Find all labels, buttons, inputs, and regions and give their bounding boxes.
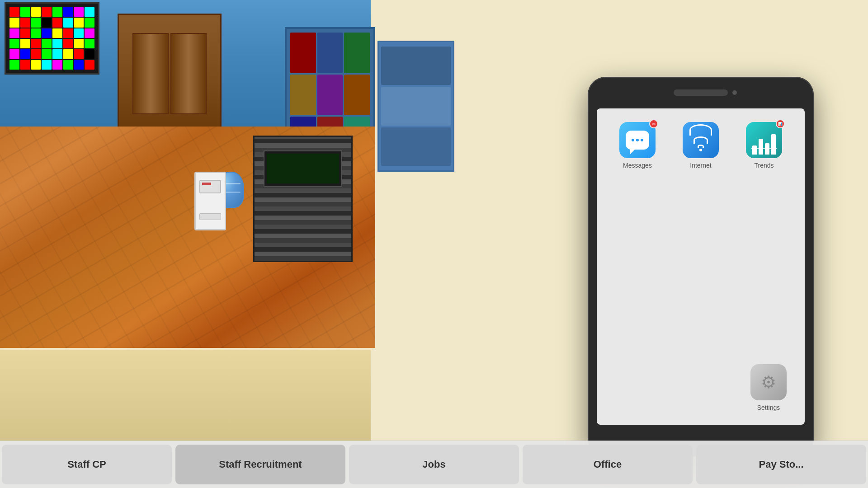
wifi-arc-2: [693, 136, 708, 144]
door-panel: [132, 33, 169, 114]
striped-machine: [253, 136, 353, 262]
screen-content: ✉ Messages: [597, 108, 805, 425]
badge-chart-icon: 📊: [778, 122, 783, 126]
internet-label: Internet: [690, 162, 711, 169]
gear-icon: ⚙: [761, 372, 776, 392]
bar-2: [759, 139, 763, 155]
dot-3: [641, 139, 643, 141]
wifi-symbol: [689, 124, 712, 156]
app-settings[interactable]: ⚙ Settings: [750, 364, 787, 411]
badge-envelope-icon: ✉: [652, 122, 656, 126]
wifi-dot: [699, 149, 702, 151]
bookshelf-2: [377, 41, 454, 172]
machine-logo: [202, 183, 211, 185]
message-bubble-shape: [626, 131, 649, 150]
machine-screen-inner: [267, 154, 339, 183]
bar-1: [752, 145, 757, 155]
app-row-1: ✉ Messages: [606, 122, 796, 169]
app-row-2: ⚙ Settings: [606, 364, 796, 411]
phone-body: ✉ Messages: [588, 77, 814, 456]
tab-jobs[interactable]: Jobs: [349, 445, 519, 484]
white-machine: [194, 172, 226, 230]
server-lights: [9, 7, 94, 70]
trends-chart: [746, 122, 782, 158]
wooden-wall: [118, 14, 222, 131]
machine-display: [264, 150, 342, 187]
wifi-arc-1: [689, 124, 712, 136]
dot-1: [632, 139, 634, 141]
trends-icon[interactable]: 📊: [746, 122, 782, 158]
tab-staff-cp[interactable]: Staff CP: [2, 445, 172, 484]
machine-slot: [199, 213, 221, 220]
app-trends[interactable]: 📊 Trends: [746, 122, 782, 169]
dot-2: [636, 139, 639, 141]
tab-staff-recruitment[interactable]: Staff Recruitment: [175, 445, 345, 484]
wifi-arc-3: [698, 145, 704, 148]
door-panel-2: [170, 33, 207, 114]
app-messages[interactable]: ✉ Messages: [619, 122, 656, 169]
messages-icon[interactable]: ✉: [619, 122, 656, 158]
phone-speaker: [674, 89, 728, 96]
ground-area: [0, 350, 371, 441]
internet-icon[interactable]: [683, 122, 719, 158]
machine-screen: [199, 180, 221, 193]
settings-label: Settings: [757, 404, 780, 411]
app-internet[interactable]: Internet: [683, 122, 719, 169]
screen-empty-space: [606, 178, 796, 337]
bar-4: [771, 134, 776, 155]
bottom-tabs-bar: Staff CP Staff Recruitment Jobs Office P…: [0, 441, 868, 488]
phone-container: ✉ Messages: [588, 77, 814, 456]
trends-badge: 📊: [776, 119, 785, 128]
bookshelf-2-rows: [381, 47, 451, 166]
messages-badge: ✉: [649, 119, 658, 128]
trend-line: [751, 148, 777, 149]
trends-label: Trends: [754, 162, 774, 169]
tab-pay-store[interactable]: Pay Sto...: [696, 445, 866, 484]
tab-office[interactable]: Office: [523, 445, 693, 484]
messages-label: Messages: [623, 162, 652, 169]
settings-icon[interactable]: ⚙: [750, 364, 787, 400]
message-dots: [632, 139, 643, 141]
phone-screen: ✉ Messages: [597, 108, 805, 425]
server-unit: [5, 2, 99, 75]
